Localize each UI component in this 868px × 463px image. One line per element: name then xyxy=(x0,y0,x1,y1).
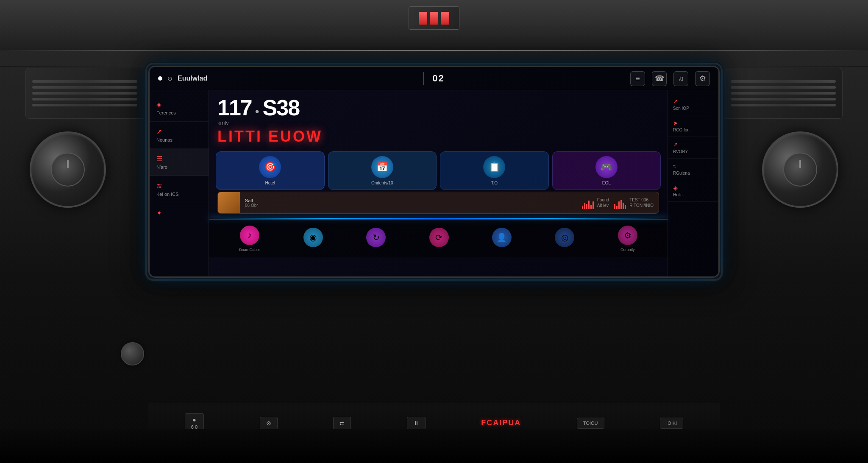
app-card-to[interactable]: 📋 T.O xyxy=(440,151,549,190)
dock-item-cycle[interactable]: ⟳ xyxy=(429,228,449,250)
dock-item-refresh[interactable]: ↻ xyxy=(366,228,386,250)
sidebar-item-3[interactable]: ≋ Kel on ICS xyxy=(150,176,209,203)
time-display: 02 xyxy=(432,73,444,84)
app-label-to: T.O xyxy=(491,181,498,185)
app-icon-hotel: 🎯 xyxy=(259,156,281,178)
btn-swap[interactable]: ⇄ xyxy=(333,417,351,430)
sidebar-item-1[interactable]: ↗ Nounas xyxy=(150,122,209,149)
media-strip: Salt 06 Obr xyxy=(217,192,659,214)
right-sidebar-item-3[interactable]: ≈ RGulena xyxy=(668,159,718,180)
x-icon: ⊗ xyxy=(266,420,271,427)
app-card-hotel[interactable]: 🎯 Hotel xyxy=(216,151,325,190)
dashboard: ⊙ Euulwlad 02 ≡ ☎ ♫ ⚙ xyxy=(0,0,868,463)
dock-icon-circle: ◎ xyxy=(555,228,574,247)
location-display: Euulwlad xyxy=(178,75,207,82)
dash-bottom xyxy=(0,429,868,463)
app-icon-ondenty: 📅 xyxy=(371,156,393,178)
sidebar-label-2: N'aro xyxy=(156,165,202,170)
dock-item-circle[interactable]: ◎ xyxy=(555,228,574,250)
sidebar-item-4[interactable]: ✦ xyxy=(150,203,209,225)
pause-icon: ⏸ xyxy=(413,420,419,427)
menu-icon[interactable]: ≡ xyxy=(630,71,645,86)
vent-slats-right xyxy=(724,68,842,118)
temp-icon-left: ● xyxy=(192,416,196,423)
music-r-label: R TONI/INIO xyxy=(629,203,654,208)
right-sidebar-item-0[interactable]: ↗ Son IOP xyxy=(668,94,718,115)
knob-right-indicator xyxy=(799,160,801,168)
dock-icon-music: ♪ xyxy=(240,226,259,245)
speed-unit: kmlv xyxy=(217,120,659,126)
vent-slat xyxy=(731,104,836,106)
app-card-egl[interactable]: 🎮 EGL xyxy=(552,151,661,190)
screen-main: 117 • S38 kmlv LITTI EUOW 🎯 Hotel xyxy=(209,90,668,276)
app-label-ondenty: Ondenty/10 xyxy=(371,181,393,185)
speed-highlight: LITTI EUOW xyxy=(217,128,659,145)
right-label-3: RGulena xyxy=(673,171,713,176)
vent-slat xyxy=(731,92,836,95)
screen-topbar: ⊙ Euulwlad 02 ≡ ☎ ♫ ⚙ xyxy=(150,67,718,90)
dock-icon-connectivity: ⚙ xyxy=(618,226,637,245)
speed-separator: • xyxy=(255,105,259,118)
sidebar-item-0[interactable]: ◈ Ferences xyxy=(150,95,209,122)
speed-number: 117 xyxy=(217,97,252,119)
right-btn-label: IO KI xyxy=(666,421,677,426)
knob-right[interactable] xyxy=(762,131,838,208)
right-control-1[interactable]: TOIOU xyxy=(577,418,604,429)
vent-left xyxy=(25,68,144,119)
right-sidebar-item-2[interactable]: ↗ RVORY xyxy=(668,137,718,159)
sidebar-label-0: Ferences xyxy=(156,110,202,115)
dock-item-music[interactable]: ♪ Dnan Gabor xyxy=(239,226,260,252)
right-sidebar-item-4[interactable]: ◈ Hnilc xyxy=(668,180,718,202)
vent-slat xyxy=(731,86,836,89)
app-card-ondenty[interactable]: 📅 Ondenty/10 xyxy=(328,151,437,190)
status-dot xyxy=(158,76,162,81)
center-display-area: FCAIPUA xyxy=(481,418,521,427)
divider xyxy=(423,72,424,85)
vent-slat xyxy=(32,80,137,83)
sidebar-icon-3: ≋ xyxy=(156,182,202,190)
right-label-1: RCO Ion xyxy=(673,128,713,132)
navigation-icon: ⊙ xyxy=(167,75,172,82)
vent-slat xyxy=(731,80,836,83)
swap-icon: ⇄ xyxy=(339,420,345,427)
sidebar-item-2[interactable]: ☰ N'aro xyxy=(150,149,209,176)
right-sidebar-item-1[interactable]: ➤ RCO Ion xyxy=(668,115,718,137)
center-display-text: FCAIPUA xyxy=(481,418,521,427)
speed-secondary: S38 xyxy=(263,97,300,119)
vent-slat xyxy=(731,98,836,100)
small-knob-left[interactable] xyxy=(121,342,144,365)
media-info: Salt 06 Obr xyxy=(240,198,582,208)
knob-left[interactable] xyxy=(30,131,106,208)
vent-slat xyxy=(32,92,137,95)
knob-right-inner xyxy=(783,153,817,187)
vent-right xyxy=(724,68,843,119)
media-thumbnail xyxy=(218,192,240,214)
topbar-center: 02 xyxy=(342,72,526,85)
app-label-egl: EGL xyxy=(602,181,611,185)
dock-label-music: Dnan Gabor xyxy=(239,248,260,252)
right-icon-2: ↗ xyxy=(673,141,713,148)
dock-item-profile[interactable]: 👤 xyxy=(492,228,512,250)
music-icon[interactable]: ♫ xyxy=(673,71,688,86)
dock-icon-cycle: ⟳ xyxy=(429,228,449,247)
btn-pause[interactable]: ⏸ xyxy=(407,417,426,430)
settings-icon[interactable]: ⚙ xyxy=(695,71,710,86)
app-icon-to: 📋 xyxy=(483,156,505,178)
screen-right-sidebar: ↗ Son IOP ➤ RCO Ion ↗ RVORY ≈ RGulena xyxy=(668,90,718,276)
chrome-trim-top xyxy=(0,50,868,51)
dock-label-connectivity: Corontly xyxy=(620,248,635,252)
dock-item-connectivity[interactable]: ⚙ Corontly xyxy=(618,226,637,252)
infotainment-screen: ⊙ Euulwlad 02 ≡ ☎ ♫ ⚙ xyxy=(148,66,720,278)
dock-icon-nav: ◉ xyxy=(303,228,323,247)
trim-bar-3 xyxy=(441,12,449,25)
speed-area: 117 • S38 kmlv LITTI EUOW xyxy=(209,90,668,149)
screen-dock: ♪ Dnan Gabor ◉ ↻ ⟳ xyxy=(209,219,668,257)
sidebar-icon-4: ✦ xyxy=(156,209,202,217)
media-title: Salt xyxy=(245,198,577,203)
phone-icon[interactable]: ☎ xyxy=(652,71,667,86)
dock-item-nav[interactable]: ◉ xyxy=(303,228,323,250)
right-control-2[interactable]: IO KI xyxy=(660,418,683,429)
btn-x[interactable]: ⊗ xyxy=(260,417,278,430)
topbar-icons: ≡ ☎ ♫ ⚙ xyxy=(526,71,710,86)
trim-center-ornament xyxy=(409,6,459,30)
